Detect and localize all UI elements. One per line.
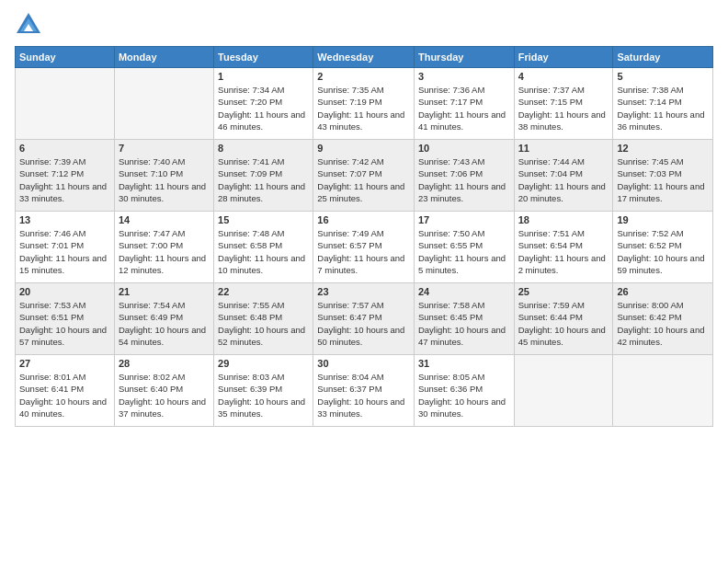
day-number: 12: [617, 143, 709, 154]
day-number: 31: [418, 358, 510, 369]
day-header: Sunday: [16, 47, 115, 68]
calendar-cell: 5Sunrise: 7:38 AMSunset: 7:14 PMDaylight…: [613, 68, 713, 140]
day-number: 4: [518, 71, 609, 82]
calendar-cell: 29Sunrise: 8:03 AMSunset: 6:39 PMDayligh…: [214, 355, 313, 427]
calendar-cell: 24Sunrise: 7:58 AMSunset: 6:45 PMDayligh…: [414, 283, 514, 355]
day-number: 13: [19, 214, 110, 225]
day-info: Sunrise: 7:43 AMSunset: 7:06 PMDaylight:…: [418, 155, 510, 204]
day-number: 19: [617, 214, 709, 225]
day-info: Sunrise: 7:34 AMSunset: 7:20 PMDaylight:…: [218, 84, 309, 132]
calendar-cell: 16Sunrise: 7:49 AMSunset: 6:57 PMDayligh…: [313, 212, 415, 283]
day-number: 18: [518, 214, 609, 225]
day-info: Sunrise: 8:02 AMSunset: 6:40 PMDaylight:…: [119, 371, 210, 419]
day-number: 26: [617, 286, 709, 297]
day-number: 24: [418, 286, 510, 297]
day-info: Sunrise: 7:58 AMSunset: 6:45 PMDaylight:…: [418, 299, 510, 348]
day-info: Sunrise: 7:45 AMSunset: 7:03 PMDaylight:…: [617, 155, 709, 204]
day-number: 25: [518, 286, 609, 297]
day-info: Sunrise: 7:51 AMSunset: 6:54 PMDaylight:…: [518, 227, 609, 276]
calendar-week-row: 13Sunrise: 7:46 AMSunset: 7:01 PMDayligh…: [16, 212, 713, 283]
calendar-cell: 14Sunrise: 7:47 AMSunset: 7:00 PMDayligh…: [114, 212, 213, 283]
calendar-cell: 13Sunrise: 7:46 AMSunset: 7:01 PMDayligh…: [16, 212, 115, 283]
day-info: Sunrise: 7:48 AMSunset: 6:58 PMDaylight:…: [218, 227, 309, 276]
day-info: Sunrise: 7:46 AMSunset: 7:01 PMDaylight:…: [19, 227, 110, 276]
calendar-cell: 21Sunrise: 7:54 AMSunset: 6:49 PMDayligh…: [114, 283, 213, 355]
day-number: 22: [218, 286, 309, 297]
calendar-cell: 8Sunrise: 7:41 AMSunset: 7:09 PMDaylight…: [214, 140, 313, 212]
day-info: Sunrise: 7:35 AMSunset: 7:19 PMDaylight:…: [317, 84, 410, 132]
day-number: 3: [418, 71, 510, 82]
calendar-cell: 12Sunrise: 7:45 AMSunset: 7:03 PMDayligh…: [613, 140, 713, 212]
day-number: 1: [218, 71, 309, 82]
calendar-cell: [114, 68, 213, 140]
day-info: Sunrise: 7:55 AMSunset: 6:48 PMDaylight:…: [218, 299, 309, 348]
day-info: Sunrise: 8:01 AMSunset: 6:41 PMDaylight:…: [19, 371, 110, 419]
calendar-cell: 26Sunrise: 8:00 AMSunset: 6:42 PMDayligh…: [613, 283, 713, 355]
page: SundayMondayTuesdayWednesdayThursdayFrid…: [0, 0, 728, 563]
calendar-cell: [16, 68, 115, 140]
calendar-cell: 4Sunrise: 7:37 AMSunset: 7:15 PMDaylight…: [514, 68, 613, 140]
day-number: 11: [518, 143, 609, 154]
day-number: 6: [19, 143, 110, 154]
day-info: Sunrise: 7:50 AMSunset: 6:55 PMDaylight:…: [418, 227, 510, 276]
calendar-week-row: 27Sunrise: 8:01 AMSunset: 6:41 PMDayligh…: [16, 355, 713, 427]
day-info: Sunrise: 7:49 AMSunset: 6:57 PMDaylight:…: [317, 227, 410, 276]
calendar-week-row: 20Sunrise: 7:53 AMSunset: 6:51 PMDayligh…: [16, 283, 713, 355]
calendar-cell: 27Sunrise: 8:01 AMSunset: 6:41 PMDayligh…: [16, 355, 115, 427]
calendar-header-row: SundayMondayTuesdayWednesdayThursdayFrid…: [16, 47, 713, 68]
calendar-cell: 31Sunrise: 8:05 AMSunset: 6:36 PMDayligh…: [414, 355, 514, 427]
logo: [15, 11, 46, 39]
day-info: Sunrise: 7:54 AMSunset: 6:49 PMDaylight:…: [119, 299, 210, 348]
day-number: 9: [317, 143, 410, 154]
calendar-cell: 15Sunrise: 7:48 AMSunset: 6:58 PMDayligh…: [214, 212, 313, 283]
calendar-cell: 18Sunrise: 7:51 AMSunset: 6:54 PMDayligh…: [514, 212, 613, 283]
day-number: 8: [218, 143, 309, 154]
day-number: 29: [218, 358, 309, 369]
day-header: Thursday: [414, 47, 514, 68]
day-number: 17: [418, 214, 510, 225]
day-number: 23: [317, 286, 410, 297]
calendar-cell: 10Sunrise: 7:43 AMSunset: 7:06 PMDayligh…: [414, 140, 514, 212]
day-info: Sunrise: 7:36 AMSunset: 7:17 PMDaylight:…: [418, 84, 510, 132]
day-info: Sunrise: 7:53 AMSunset: 6:51 PMDaylight:…: [19, 299, 110, 348]
day-info: Sunrise: 7:47 AMSunset: 7:00 PMDaylight:…: [119, 227, 210, 276]
day-header: Monday: [114, 47, 213, 68]
day-header: Saturday: [613, 47, 713, 68]
calendar-cell: 17Sunrise: 7:50 AMSunset: 6:55 PMDayligh…: [414, 212, 514, 283]
day-info: Sunrise: 7:40 AMSunset: 7:10 PMDaylight:…: [119, 155, 210, 204]
calendar-cell: 22Sunrise: 7:55 AMSunset: 6:48 PMDayligh…: [214, 283, 313, 355]
logo-icon: [15, 11, 42, 39]
day-info: Sunrise: 7:52 AMSunset: 6:52 PMDaylight:…: [617, 227, 709, 276]
calendar-cell: [613, 355, 713, 427]
calendar-cell: 19Sunrise: 7:52 AMSunset: 6:52 PMDayligh…: [613, 212, 713, 283]
calendar-cell: 6Sunrise: 7:39 AMSunset: 7:12 PMDaylight…: [16, 140, 115, 212]
day-number: 28: [119, 358, 210, 369]
calendar-cell: 20Sunrise: 7:53 AMSunset: 6:51 PMDayligh…: [16, 283, 115, 355]
day-number: 7: [119, 143, 210, 154]
calendar-cell: 11Sunrise: 7:44 AMSunset: 7:04 PMDayligh…: [514, 140, 613, 212]
day-info: Sunrise: 7:57 AMSunset: 6:47 PMDaylight:…: [317, 299, 410, 348]
day-number: 27: [19, 358, 110, 369]
day-info: Sunrise: 8:05 AMSunset: 6:36 PMDaylight:…: [418, 371, 510, 419]
calendar-cell: 3Sunrise: 7:36 AMSunset: 7:17 PMDaylight…: [414, 68, 514, 140]
header: [15, 11, 713, 39]
day-number: 30: [317, 358, 410, 369]
day-number: 21: [119, 286, 210, 297]
calendar-cell: 23Sunrise: 7:57 AMSunset: 6:47 PMDayligh…: [313, 283, 415, 355]
day-info: Sunrise: 7:39 AMSunset: 7:12 PMDaylight:…: [19, 155, 110, 204]
day-number: 5: [617, 71, 709, 82]
calendar-cell: 25Sunrise: 7:59 AMSunset: 6:44 PMDayligh…: [514, 283, 613, 355]
day-info: Sunrise: 7:59 AMSunset: 6:44 PMDaylight:…: [518, 299, 609, 348]
calendar-cell: 2Sunrise: 7:35 AMSunset: 7:19 PMDaylight…: [313, 68, 415, 140]
calendar: SundayMondayTuesdayWednesdayThursdayFrid…: [15, 46, 713, 427]
day-info: Sunrise: 8:04 AMSunset: 6:37 PMDaylight:…: [317, 371, 410, 419]
calendar-cell: 1Sunrise: 7:34 AMSunset: 7:20 PMDaylight…: [214, 68, 313, 140]
day-number: 20: [19, 286, 110, 297]
calendar-week-row: 1Sunrise: 7:34 AMSunset: 7:20 PMDaylight…: [16, 68, 713, 140]
day-number: 14: [119, 214, 210, 225]
day-header: Tuesday: [214, 47, 313, 68]
day-number: 15: [218, 214, 309, 225]
calendar-cell: 7Sunrise: 7:40 AMSunset: 7:10 PMDaylight…: [114, 140, 213, 212]
day-header: Wednesday: [313, 47, 415, 68]
calendar-week-row: 6Sunrise: 7:39 AMSunset: 7:12 PMDaylight…: [16, 140, 713, 212]
